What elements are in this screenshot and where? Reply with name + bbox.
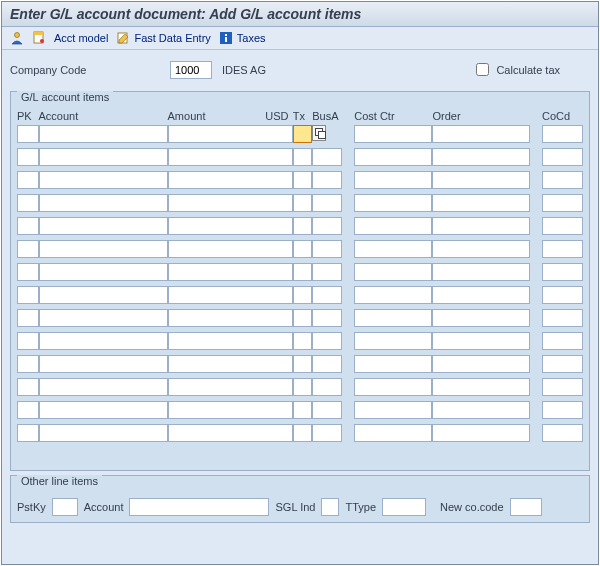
tx-input[interactable] — [293, 309, 313, 327]
amount-input[interactable] — [168, 263, 293, 281]
account-input[interactable] — [39, 355, 168, 373]
tx-input[interactable] — [293, 286, 313, 304]
busa-input[interactable] — [312, 263, 342, 281]
tx-input[interactable] — [293, 401, 313, 419]
pk-input[interactable] — [17, 171, 39, 189]
pk-input[interactable] — [17, 194, 39, 212]
busa-input[interactable] — [312, 286, 342, 304]
cocd-input[interactable] — [542, 240, 583, 258]
cost-ctr-input[interactable] — [354, 424, 432, 442]
order-input[interactable] — [432, 263, 530, 281]
pk-input[interactable] — [17, 424, 39, 442]
amount-input[interactable] — [168, 125, 293, 143]
tx-input[interactable] — [293, 263, 313, 281]
f4-help-icon[interactable] — [312, 125, 326, 141]
pk-input[interactable] — [17, 125, 39, 143]
tx-input[interactable] — [293, 194, 313, 212]
cost-ctr-input[interactable] — [354, 240, 432, 258]
taxes-button[interactable]: Taxes — [219, 31, 266, 45]
pk-input[interactable] — [17, 217, 39, 235]
account-input[interactable] — [39, 125, 168, 143]
pk-input[interactable] — [17, 309, 39, 327]
amount-input[interactable] — [168, 286, 293, 304]
tx-input[interactable] — [293, 355, 313, 373]
cost-ctr-input[interactable] — [354, 171, 432, 189]
cost-ctr-input[interactable] — [354, 332, 432, 350]
account-input[interactable] — [39, 401, 168, 419]
cost-ctr-input[interactable] — [354, 194, 432, 212]
amount-input[interactable] — [168, 171, 293, 189]
amount-input[interactable] — [168, 401, 293, 419]
order-input[interactable] — [432, 148, 530, 166]
amount-input[interactable] — [168, 217, 293, 235]
cocd-input[interactable] — [542, 401, 583, 419]
cocd-input[interactable] — [542, 378, 583, 396]
pk-input[interactable] — [17, 286, 39, 304]
cocd-input[interactable] — [542, 355, 583, 373]
order-input[interactable] — [432, 217, 530, 235]
pk-input[interactable] — [17, 263, 39, 281]
cocd-input[interactable] — [542, 424, 583, 442]
account-input[interactable] — [39, 332, 168, 350]
order-input[interactable] — [432, 424, 530, 442]
new-cocode-input[interactable] — [510, 498, 542, 516]
cocd-input[interactable] — [542, 217, 583, 235]
tx-input[interactable] — [293, 125, 313, 143]
order-input[interactable] — [432, 125, 530, 143]
tx-input[interactable] — [293, 332, 313, 350]
cocd-input[interactable] — [542, 171, 583, 189]
tx-input[interactable] — [293, 378, 313, 396]
order-input[interactable] — [432, 401, 530, 419]
order-input[interactable] — [432, 332, 530, 350]
tx-input[interactable] — [293, 148, 313, 166]
order-input[interactable] — [432, 309, 530, 327]
amount-input[interactable] — [168, 148, 293, 166]
account-input[interactable] — [39, 263, 168, 281]
cocd-input[interactable] — [542, 148, 583, 166]
cost-ctr-input[interactable] — [354, 309, 432, 327]
company-code-input[interactable] — [170, 61, 212, 79]
pk-input[interactable] — [17, 355, 39, 373]
busa-input[interactable] — [312, 401, 342, 419]
cocd-input[interactable] — [542, 263, 583, 281]
ttype-input[interactable] — [382, 498, 426, 516]
busa-input[interactable] — [312, 194, 342, 212]
cocd-input[interactable] — [542, 286, 583, 304]
account-input[interactable] — [39, 424, 168, 442]
cost-ctr-input[interactable] — [354, 125, 432, 143]
tx-input[interactable] — [293, 171, 313, 189]
amount-input[interactable] — [168, 194, 293, 212]
calculate-tax-checkbox[interactable] — [476, 63, 489, 76]
cost-ctr-input[interactable] — [354, 217, 432, 235]
cost-ctr-input[interactable] — [354, 355, 432, 373]
pk-input[interactable] — [17, 148, 39, 166]
cost-ctr-input[interactable] — [354, 263, 432, 281]
amount-input[interactable] — [168, 378, 293, 396]
fast-data-entry-button[interactable]: Fast Data Entry — [116, 31, 210, 45]
busa-input[interactable] — [312, 309, 342, 327]
pk-input[interactable] — [17, 401, 39, 419]
account-input[interactable] — [39, 378, 168, 396]
cocd-input[interactable] — [542, 194, 583, 212]
pk-input[interactable] — [17, 332, 39, 350]
pk-input[interactable] — [17, 240, 39, 258]
busa-input[interactable] — [312, 424, 342, 442]
tree-on-button[interactable] — [10, 31, 24, 45]
order-input[interactable] — [432, 355, 530, 373]
cocd-input[interactable] — [542, 332, 583, 350]
order-input[interactable] — [432, 240, 530, 258]
tx-input[interactable] — [293, 217, 313, 235]
cost-ctr-input[interactable] — [354, 286, 432, 304]
order-input[interactable] — [432, 286, 530, 304]
busa-input[interactable] — [312, 217, 342, 235]
busa-input[interactable] — [312, 148, 342, 166]
busa-input[interactable] — [312, 378, 342, 396]
amount-input[interactable] — [168, 309, 293, 327]
account-input[interactable] — [39, 148, 168, 166]
account-input[interactable] — [39, 194, 168, 212]
account-input[interactable] — [39, 171, 168, 189]
cost-ctr-input[interactable] — [354, 401, 432, 419]
order-input[interactable] — [432, 194, 530, 212]
cost-ctr-input[interactable] — [354, 148, 432, 166]
busa-input[interactable] — [312, 355, 342, 373]
